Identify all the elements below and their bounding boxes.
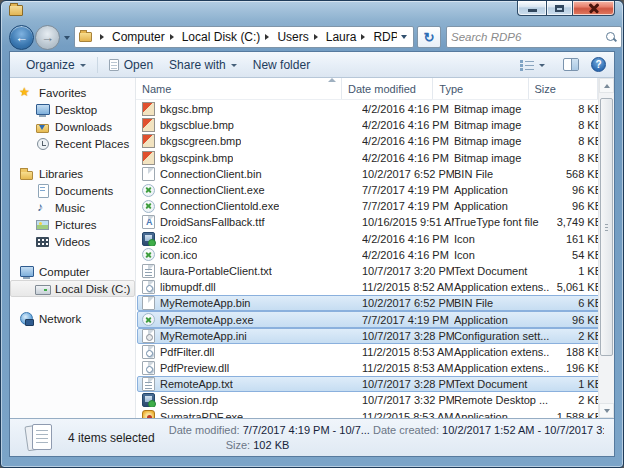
file-row-icon-ico[interactable]: icon.ico4/2/2016 4:16 PMIcon54 KB: [137, 247, 613, 263]
file-row-connectionclient-exe[interactable]: ConnectionClient.exe7/7/2017 4:19 PMAppl…: [137, 182, 613, 198]
date-modified-cell: 4/2/2016 4:16 PM: [362, 233, 454, 245]
close-button[interactable]: [573, 1, 615, 16]
sidebar-item-downloads[interactable]: Downloads: [10, 118, 135, 135]
organize-button[interactable]: Organize: [18, 55, 94, 75]
toolbar-separator: [97, 57, 98, 73]
sidebar-item-label: Computer: [39, 266, 90, 278]
file-row-sumatrapdf-exe[interactable]: SumatraPDF.exe11/2/2015 8:53 AMApplicati…: [137, 409, 613, 418]
file-name-cell: SumatraPDF.exe: [138, 410, 362, 418]
file-name-cell: bkgsc.bmp: [138, 102, 362, 116]
scroll-up-button[interactable]: [599, 78, 614, 93]
file-row-laura-portableclient-txt[interactable]: laura-PortableClient.txt10/7/2017 3:20 P…: [137, 263, 613, 279]
column-header-type[interactable]: Type: [433, 78, 528, 99]
minimize-button[interactable]: [517, 1, 546, 16]
share-with-button[interactable]: Share with: [161, 55, 245, 75]
date-modified-label: Date modified:: [169, 424, 240, 436]
breadcrumb-item-users[interactable]: Users: [277, 30, 308, 44]
sidebar-item-videos[interactable]: Videos: [10, 233, 135, 250]
folder-icon: [79, 32, 92, 42]
file-row-libmupdf-dll[interactable]: libmupdf.dll11/2/2015 8:52 AMApplication…: [137, 279, 613, 295]
column-header-date-modified[interactable]: Date modified: [342, 78, 433, 99]
file-name-cell: PdfFilter.dll: [138, 345, 362, 359]
file-row-connectionclient-bin[interactable]: ConnectionClient.bin10/2/2017 6:52 PMBIN…: [137, 166, 613, 182]
date-modified-cell: 4/2/2016 4:16 PM: [362, 152, 454, 164]
sidebar-item-libraries[interactable]: Libraries: [10, 165, 135, 182]
preview-pane-button[interactable]: [563, 58, 579, 71]
search-input[interactable]: [451, 31, 605, 43]
file-row-session-rdp[interactable]: Session.rdp10/7/2017 3:32 PMRemote Deskt…: [137, 392, 613, 408]
file-row-myremoteapp-bin[interactable]: MyRemoteApp.bin10/2/2017 6:52 PMBIN File…: [137, 295, 613, 311]
breadcrumb-item-local-disk-c[interactable]: Local Disk (C:): [182, 30, 261, 44]
document-icon: [109, 59, 119, 71]
app-icon: [142, 184, 155, 197]
sidebar-item-documents[interactable]: Documents: [10, 182, 135, 199]
file-row-remoteapp-txt[interactable]: RemoteApp.txt10/7/2017 3:28 PMText Docum…: [137, 376, 613, 392]
size-label: Size:: [226, 439, 250, 451]
scrollbar-thumb[interactable]: [600, 98, 613, 356]
file-row-bkgscpink-bmp[interactable]: bkgscpink.bmp4/2/2016 4:16 PMBitmap imag…: [137, 150, 613, 166]
type-cell: Bitmap image: [454, 152, 550, 164]
sidebar-item-computer[interactable]: Computer: [10, 263, 135, 280]
scroll-down-button[interactable]: [599, 403, 614, 418]
details-pane: 4 items selected Date modified: 7/7/2017…: [10, 418, 614, 456]
type-cell: Bitmap image: [454, 135, 550, 147]
file-name-cell: ico2.ico: [138, 232, 362, 246]
file-row-myremoteapp-exe[interactable]: MyRemoteApp.exe7/7/2017 4:19 PMApplicati…: [137, 311, 613, 327]
file-name-cell: bkgscpink.bmp: [138, 151, 362, 165]
file-name-label: libmupdf.dll: [160, 281, 216, 293]
open-button[interactable]: Open: [101, 55, 161, 75]
type-cell: BIN File: [454, 297, 550, 309]
size-value: 102 KB: [253, 439, 289, 451]
address-dropdown-button[interactable]: [397, 28, 411, 46]
sidebar-item-local-disk-c[interactable]: Local Disk (C:): [10, 280, 135, 297]
date-modified-cell: 11/2/2015 8:53 AM: [362, 362, 454, 374]
sidebar-item-network[interactable]: Network: [10, 310, 135, 327]
file-name-label: MyRemoteApp.bin: [160, 297, 251, 309]
sidebar-item-favorites[interactable]: Favorites: [10, 84, 135, 101]
sidebar-item-music[interactable]: Music: [10, 199, 135, 216]
column-header-name[interactable]: Name: [136, 78, 342, 99]
breadcrumb-item-computer[interactable]: Computer: [112, 30, 165, 44]
sidebar-item-pictures[interactable]: Pictures: [10, 216, 135, 233]
file-row-myremoteapp-ini[interactable]: MyRemoteApp.ini10/7/2017 3:28 PMConfigur…: [137, 328, 613, 344]
file-row-bkgscgreen-bmp[interactable]: bkgscgreen.bmp4/2/2016 4:16 PMBitmap ima…: [137, 133, 613, 149]
refresh-button[interactable]: ↻: [417, 26, 441, 48]
file-name-label: bkgsc.bmp: [160, 103, 213, 115]
file-row-pdffilter-dll[interactable]: PdfFilter.dll11/2/2015 8:53 AMApplicatio…: [137, 344, 613, 360]
change-view-button[interactable]: [516, 56, 549, 74]
breadcrumb-item-rdp6[interactable]: RDP6: [373, 30, 397, 44]
type-cell: Text Document: [454, 265, 550, 277]
column-header-label: Size: [535, 83, 556, 95]
file-name-cell: MyRemoteApp.bin: [138, 296, 362, 310]
vertical-scrollbar[interactable]: [598, 78, 614, 418]
file-row-ico2-ico[interactable]: ico2.ico4/2/2016 4:16 PMIcon161 KB: [137, 231, 613, 247]
navigation-bar: ← → ComputerLocal Disk (C:)UsersLauraRDP…: [9, 23, 615, 51]
column-header-size[interactable]: Size: [529, 78, 598, 99]
address-bar[interactable]: ComputerLocal Disk (C:)UsersLauraRDP6: [74, 26, 414, 48]
date-modified-cell: 10/16/2015 9:51 AM: [362, 216, 454, 228]
type-cell: Icon: [454, 233, 550, 245]
back-button[interactable]: ←: [9, 25, 34, 50]
explorer-window: ← → ComputerLocal Disk (C:)UsersLauraRDP…: [0, 0, 624, 468]
date-modified-cell: 10/7/2017 3:28 PM: [362, 378, 454, 390]
help-button[interactable]: ?: [591, 57, 606, 72]
file-row-droidsansfallback-ttf[interactable]: DroidSansFallback.ttf10/16/2015 9:51 AMT…: [137, 214, 613, 230]
column-headers: NameDate modifiedTypeSize: [136, 78, 614, 100]
recent-pages-chevron-icon[interactable]: [64, 36, 70, 43]
file-row-pdfpreview-dll[interactable]: PdfPreview.dll11/2/2015 8:53 AMApplicati…: [137, 360, 613, 376]
file-name-cell: laura-PortableClient.txt: [138, 264, 362, 278]
file-row-bkgsc-bmp[interactable]: bkgsc.bmp4/2/2016 4:16 PMBitmap image8 K…: [137, 101, 613, 117]
file-row-bkgscblue-bmp[interactable]: bkgscblue.bmp4/2/2016 4:16 PMBitmap imag…: [137, 117, 613, 133]
file-name-label: Session.rdp: [160, 394, 218, 406]
command-toolbar: Organize Open Share with New folder: [10, 52, 614, 78]
file-name-cell: ConnectionClient.bin: [138, 167, 362, 181]
breadcrumb-item-laura[interactable]: Laura: [326, 30, 357, 44]
file-name-cell: ConnectionClient.exe: [138, 184, 362, 197]
type-cell: BIN File: [454, 168, 550, 180]
forward-button[interactable]: →: [35, 25, 60, 50]
file-row-connectionclientold-exe[interactable]: ConnectionClientold.exe7/7/2017 4:19 PMA…: [137, 198, 613, 214]
sidebar-item-desktop[interactable]: Desktop: [10, 101, 135, 118]
new-folder-button[interactable]: New folder: [245, 55, 318, 75]
maximize-button[interactable]: [546, 1, 573, 16]
sidebar-item-recent-places[interactable]: Recent Places: [10, 135, 135, 152]
